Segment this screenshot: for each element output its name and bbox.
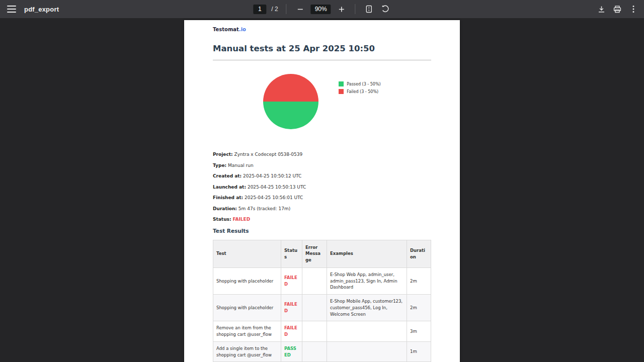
table-row: Shopping with placeholder FAILED E-Shop …: [213, 267, 431, 294]
test-name-cell: Shopping with placeholder: [213, 295, 281, 321]
zoom-in-button[interactable]: [336, 4, 347, 15]
col-header-duration: Duration: [407, 240, 431, 267]
error-message-cell: [302, 321, 327, 342]
zoom-out-button[interactable]: [295, 4, 306, 15]
pdf-page: Testomat.io Manual tests at 25 Apr 2025 …: [184, 20, 460, 362]
page-count-label: / 2: [271, 6, 278, 13]
status-cell: FAILED: [281, 267, 302, 294]
legend-label: Passed (3 - 50%): [347, 82, 380, 86]
title-divider: [213, 60, 431, 60]
run-status-value: FAILED: [232, 217, 250, 222]
failed-swatch: [339, 89, 344, 94]
test-name-cell: Shopping with placeholder: [213, 267, 281, 294]
more-options-icon[interactable]: [628, 4, 639, 15]
results-pie-chart-block: Passed (3 - 50%) Failed (3 - 50%): [213, 74, 431, 129]
examples-cell: [327, 341, 407, 362]
legend-item-failed: Failed (3 - 50%): [339, 89, 380, 94]
status-cell: PASSED: [281, 341, 302, 362]
meta-project: Project: Zyntra x Codecept 0538-0539: [213, 152, 431, 157]
status-cell: FAILED: [281, 321, 302, 342]
print-icon[interactable]: [612, 4, 623, 15]
col-header-error-message: Error Message: [302, 240, 327, 267]
col-header-status: Status: [281, 240, 302, 267]
duration-cell: 2m: [407, 267, 431, 294]
legend-item-passed: Passed (3 - 50%): [339, 81, 380, 86]
pdf-viewer-area[interactable]: Testomat.io Manual tests at 25 Apr 2025 …: [0, 18, 644, 362]
test-name-cell: Remove an item from the shopping cart @u…: [213, 321, 281, 342]
meta-status: Status: FAILED: [213, 217, 431, 222]
meta-created: Created at: 2025-04-25 10:50:12 UTC: [213, 173, 431, 178]
testomat-logo: Testomat.io: [213, 27, 431, 32]
table-row: Shopping with placeholder FAILED E-Shop …: [213, 295, 431, 321]
document-filename: pdf_export: [24, 6, 59, 13]
duration-cell: 2m: [407, 295, 431, 321]
table-header-row: Test Status Error Message Examples Durat…: [213, 240, 431, 267]
report-title: Manual tests at 25 Apr 2025 10:50: [213, 44, 431, 53]
examples-cell: E-Shop Web App, admin_user, admin_pass12…: [327, 267, 407, 294]
meta-duration: Duration: 5m 47s (tracked: 17m): [213, 206, 431, 211]
fit-to-page-button[interactable]: [364, 4, 375, 15]
error-message-cell: [302, 267, 327, 294]
table-row: Add a single item to the shopping cart @…: [213, 341, 431, 362]
error-message-cell: [302, 341, 327, 362]
menu-icon[interactable]: [7, 6, 16, 13]
zoom-level-input[interactable]: [311, 5, 331, 14]
status-cell: FAILED: [281, 295, 302, 321]
pdf-toolbar: pdf_export / 2: [0, 0, 644, 18]
col-header-examples: Examples: [327, 240, 407, 267]
pie-chart: [263, 74, 318, 129]
meta-finished: Finished at: 2025-04-25 10:56:01 UTC: [213, 195, 431, 200]
passed-swatch: [339, 81, 344, 86]
examples-cell: E-Shop Mobile App, customer123, customer…: [327, 295, 407, 321]
test-results-heading: Test Results: [213, 228, 431, 234]
table-row: Remove an item from the shopping cart @u…: [213, 321, 431, 342]
meta-type: Type: Manual run: [213, 163, 431, 168]
col-header-test: Test: [213, 240, 281, 267]
meta-launched: Launched at: 2025-04-25 10:50:13 UTC: [213, 185, 431, 190]
chart-legend: Passed (3 - 50%) Failed (3 - 50%): [339, 81, 380, 94]
duration-cell: 3m: [407, 321, 431, 342]
run-metadata: Project: Zyntra x Codecept 0538-0539 Typ…: [213, 152, 431, 222]
examples-cell: [327, 321, 407, 342]
rotate-button[interactable]: [380, 4, 391, 15]
toolbar-divider: [286, 4, 287, 14]
page-number-input[interactable]: [253, 5, 266, 14]
legend-label: Failed (3 - 50%): [347, 89, 378, 94]
test-name-cell: Add a single item to the shopping cart @…: [213, 341, 281, 362]
duration-cell: 1m: [407, 341, 431, 362]
test-results-table: Test Status Error Message Examples Durat…: [213, 240, 431, 362]
toolbar-divider: [355, 4, 356, 14]
error-message-cell: [302, 295, 327, 321]
download-icon[interactable]: [596, 4, 607, 15]
